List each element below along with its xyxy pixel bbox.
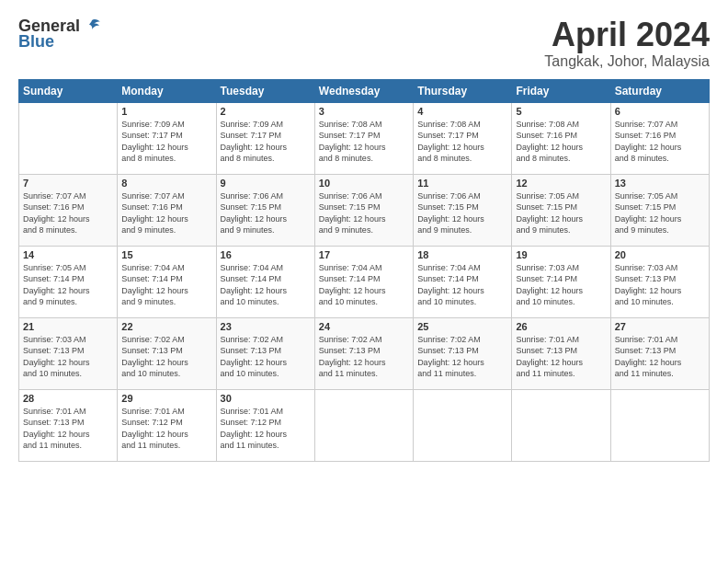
day-info: Sunrise: 7:09 AM Sunset: 7:17 PM Dayligh… <box>121 119 211 165</box>
day-info: Sunrise: 7:04 AM Sunset: 7:14 PM Dayligh… <box>221 262 311 308</box>
day-info: Sunrise: 7:01 AM Sunset: 7:12 PM Dayligh… <box>121 406 211 452</box>
day-number: 16 <box>221 249 311 260</box>
day-info: Sunrise: 7:07 AM Sunset: 7:16 PM Dayligh… <box>121 190 211 236</box>
week-row-4: 21Sunrise: 7:03 AM Sunset: 7:13 PM Dayli… <box>19 317 710 389</box>
day-number: 11 <box>417 178 507 189</box>
day-number: 29 <box>121 393 211 404</box>
calendar-cell: 24Sunrise: 7:02 AM Sunset: 7:13 PM Dayli… <box>314 317 413 389</box>
calendar-cell: 15Sunrise: 7:04 AM Sunset: 7:14 PM Dayli… <box>118 246 216 317</box>
day-number: 4 <box>417 106 507 117</box>
location: Tangkak, Johor, Malaysia <box>544 53 710 70</box>
day-number: 24 <box>319 321 409 332</box>
day-header-friday: Friday <box>512 79 610 102</box>
calendar-cell: 5Sunrise: 7:08 AM Sunset: 7:16 PM Daylig… <box>512 102 610 174</box>
calendar-cell: 3Sunrise: 7:08 AM Sunset: 7:17 PM Daylig… <box>314 102 413 174</box>
day-number: 15 <box>121 249 211 260</box>
day-number: 14 <box>23 249 113 260</box>
calendar-cell: 29Sunrise: 7:01 AM Sunset: 7:12 PM Dayli… <box>118 389 216 461</box>
day-info: Sunrise: 7:05 AM Sunset: 7:14 PM Dayligh… <box>23 262 113 308</box>
day-number: 1 <box>121 106 211 117</box>
day-number: 23 <box>221 321 311 332</box>
calendar-cell <box>19 102 118 174</box>
day-info: Sunrise: 7:02 AM Sunset: 7:13 PM Dayligh… <box>221 334 311 380</box>
day-number: 28 <box>23 393 113 404</box>
day-info: Sunrise: 7:07 AM Sunset: 7:16 PM Dayligh… <box>615 119 705 165</box>
day-number: 22 <box>121 321 211 332</box>
day-info: Sunrise: 7:04 AM Sunset: 7:14 PM Dayligh… <box>417 262 507 308</box>
calendar-cell <box>610 389 709 461</box>
day-number: 19 <box>516 249 606 260</box>
day-info: Sunrise: 7:02 AM Sunset: 7:13 PM Dayligh… <box>121 334 211 380</box>
calendar-cell: 4Sunrise: 7:08 AM Sunset: 7:17 PM Daylig… <box>414 102 512 174</box>
day-header-tuesday: Tuesday <box>216 79 314 102</box>
day-number: 26 <box>516 321 606 332</box>
calendar-cell: 12Sunrise: 7:05 AM Sunset: 7:15 PM Dayli… <box>512 174 610 246</box>
calendar-cell: 21Sunrise: 7:03 AM Sunset: 7:13 PM Dayli… <box>19 317 118 389</box>
calendar-cell: 18Sunrise: 7:04 AM Sunset: 7:14 PM Dayli… <box>414 246 512 317</box>
day-number: 30 <box>221 393 311 404</box>
day-number: 10 <box>319 178 409 189</box>
calendar-cell: 27Sunrise: 7:01 AM Sunset: 7:13 PM Dayli… <box>610 317 709 389</box>
day-info: Sunrise: 7:04 AM Sunset: 7:14 PM Dayligh… <box>121 262 211 308</box>
day-header-thursday: Thursday <box>414 79 512 102</box>
calendar-table: SundayMondayTuesdayWednesdayThursdayFrid… <box>18 79 710 462</box>
calendar-cell <box>414 389 512 461</box>
week-row-5: 28Sunrise: 7:01 AM Sunset: 7:13 PM Dayli… <box>19 389 710 461</box>
calendar-cell: 25Sunrise: 7:02 AM Sunset: 7:13 PM Dayli… <box>414 317 512 389</box>
day-info: Sunrise: 7:03 AM Sunset: 7:13 PM Dayligh… <box>615 262 705 308</box>
day-number: 21 <box>23 321 113 332</box>
calendar-cell: 28Sunrise: 7:01 AM Sunset: 7:13 PM Dayli… <box>19 389 118 461</box>
calendar-cell: 7Sunrise: 7:07 AM Sunset: 7:16 PM Daylig… <box>19 174 118 246</box>
day-number: 7 <box>23 178 113 189</box>
day-info: Sunrise: 7:08 AM Sunset: 7:16 PM Dayligh… <box>516 119 606 165</box>
calendar-cell: 13Sunrise: 7:05 AM Sunset: 7:15 PM Dayli… <box>610 174 709 246</box>
day-info: Sunrise: 7:08 AM Sunset: 7:17 PM Dayligh… <box>319 119 409 165</box>
calendar-cell: 19Sunrise: 7:03 AM Sunset: 7:14 PM Dayli… <box>512 246 610 317</box>
calendar-cell: 11Sunrise: 7:06 AM Sunset: 7:15 PM Dayli… <box>414 174 512 246</box>
day-info: Sunrise: 7:01 AM Sunset: 7:13 PM Dayligh… <box>516 334 606 380</box>
calendar-cell: 17Sunrise: 7:04 AM Sunset: 7:14 PM Dayli… <box>314 246 413 317</box>
day-info: Sunrise: 7:06 AM Sunset: 7:15 PM Dayligh… <box>319 190 409 236</box>
day-header-monday: Monday <box>118 79 216 102</box>
day-info: Sunrise: 7:06 AM Sunset: 7:15 PM Dayligh… <box>221 190 311 236</box>
day-info: Sunrise: 7:04 AM Sunset: 7:14 PM Dayligh… <box>319 262 409 308</box>
day-info: Sunrise: 7:01 AM Sunset: 7:13 PM Dayligh… <box>615 334 705 380</box>
calendar-cell <box>314 389 413 461</box>
calendar-cell: 6Sunrise: 7:07 AM Sunset: 7:16 PM Daylig… <box>610 102 709 174</box>
logo-blue-text: Blue <box>18 32 54 52</box>
day-number: 8 <box>121 178 211 189</box>
calendar-cell: 9Sunrise: 7:06 AM Sunset: 7:15 PM Daylig… <box>216 174 314 246</box>
calendar-cell: 14Sunrise: 7:05 AM Sunset: 7:14 PM Dayli… <box>19 246 118 317</box>
calendar-cell: 16Sunrise: 7:04 AM Sunset: 7:14 PM Dayli… <box>216 246 314 317</box>
logo-bird-icon <box>82 18 102 35</box>
day-header-saturday: Saturday <box>610 79 709 102</box>
day-info: Sunrise: 7:02 AM Sunset: 7:13 PM Dayligh… <box>319 334 409 380</box>
title-area: April 2024 Tangkak, Johor, Malaysia <box>544 17 710 70</box>
day-number: 2 <box>221 106 311 117</box>
week-row-3: 14Sunrise: 7:05 AM Sunset: 7:14 PM Dayli… <box>19 246 710 317</box>
day-number: 13 <box>615 178 705 189</box>
day-number: 3 <box>319 106 409 117</box>
day-number: 27 <box>615 321 705 332</box>
day-info: Sunrise: 7:03 AM Sunset: 7:13 PM Dayligh… <box>23 334 113 380</box>
calendar-cell: 1Sunrise: 7:09 AM Sunset: 7:17 PM Daylig… <box>118 102 216 174</box>
day-header-wednesday: Wednesday <box>314 79 413 102</box>
day-number: 5 <box>516 106 606 117</box>
week-row-2: 7Sunrise: 7:07 AM Sunset: 7:16 PM Daylig… <box>19 174 710 246</box>
day-number: 25 <box>417 321 507 332</box>
header: General Blue April 2024 Tangkak, Johor, … <box>18 17 710 70</box>
day-info: Sunrise: 7:01 AM Sunset: 7:12 PM Dayligh… <box>221 406 311 452</box>
calendar-cell: 30Sunrise: 7:01 AM Sunset: 7:12 PM Dayli… <box>216 389 314 461</box>
day-number: 9 <box>221 178 311 189</box>
logo: General Blue <box>18 17 102 52</box>
calendar-cell: 8Sunrise: 7:07 AM Sunset: 7:16 PM Daylig… <box>118 174 216 246</box>
calendar-cell: 26Sunrise: 7:01 AM Sunset: 7:13 PM Dayli… <box>512 317 610 389</box>
day-info: Sunrise: 7:05 AM Sunset: 7:15 PM Dayligh… <box>516 190 606 236</box>
day-header-sunday: Sunday <box>19 79 118 102</box>
day-info: Sunrise: 7:08 AM Sunset: 7:17 PM Dayligh… <box>417 119 507 165</box>
calendar-cell: 23Sunrise: 7:02 AM Sunset: 7:13 PM Dayli… <box>216 317 314 389</box>
day-info: Sunrise: 7:02 AM Sunset: 7:13 PM Dayligh… <box>417 334 507 380</box>
calendar-cell: 20Sunrise: 7:03 AM Sunset: 7:13 PM Dayli… <box>610 246 709 317</box>
day-info: Sunrise: 7:07 AM Sunset: 7:16 PM Dayligh… <box>23 190 113 236</box>
day-number: 18 <box>417 249 507 260</box>
